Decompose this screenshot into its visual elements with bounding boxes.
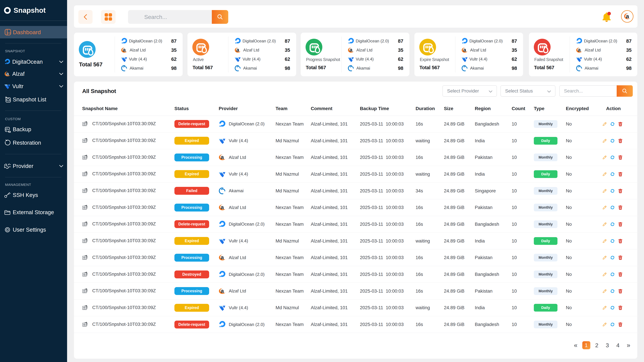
svg-text:a: a: [626, 13, 629, 19]
svg-text:a: a: [6, 71, 9, 76]
